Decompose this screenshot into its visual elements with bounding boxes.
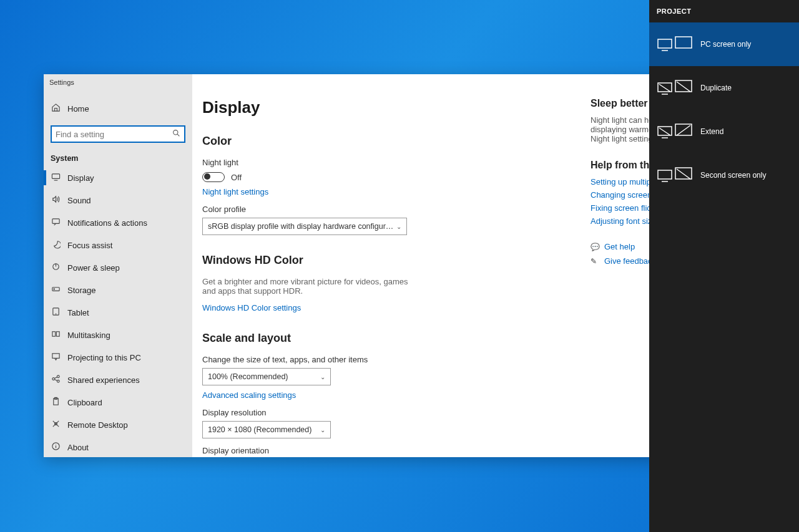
power-icon bbox=[51, 262, 61, 273]
nav-label: Shared experiences bbox=[67, 375, 140, 385]
sidebar-item-about[interactable]: About bbox=[44, 436, 192, 457]
project-title: PROJECT bbox=[649, 0, 799, 22]
scale-label: Change the size of text, apps, and other… bbox=[202, 355, 576, 364]
multitasking-icon bbox=[51, 329, 61, 341]
focus-icon bbox=[51, 239, 61, 251]
color-profile-value: sRGB display profile with display hardwa… bbox=[208, 222, 396, 231]
color-profile-dropdown[interactable]: sRGB display profile with display hardwa… bbox=[202, 218, 407, 235]
resolution-label: Display resolution bbox=[202, 408, 576, 417]
sidebar-item-power[interactable]: Power & sleep bbox=[44, 256, 192, 279]
home-icon bbox=[51, 103, 61, 114]
sidebar-item-remote[interactable]: Remote Desktop bbox=[44, 414, 192, 436]
resolution-value: 1920 × 1080 (Recommended) bbox=[208, 425, 311, 434]
night-light-settings-link[interactable]: Night light settings bbox=[202, 187, 268, 196]
sidebar-item-notifications[interactable]: Notifications & actions bbox=[44, 211, 192, 234]
sidebar-item-sound[interactable]: Sound bbox=[44, 189, 192, 211]
notifications-icon bbox=[51, 217, 61, 228]
search-input[interactable] bbox=[51, 125, 185, 143]
sidebar: Settings Home System Display So bbox=[44, 74, 192, 457]
help-icon: 💬 bbox=[591, 243, 599, 251]
section-heading-color: Color bbox=[202, 135, 576, 148]
projecting-icon bbox=[51, 352, 61, 363]
section-hdr: Windows HD Color Get a brighter and more… bbox=[202, 254, 576, 313]
nav-label: Projecting to this PC bbox=[67, 353, 141, 362]
scale-dropdown[interactable]: 100% (Recommended) ⌄ bbox=[202, 368, 331, 385]
pc-only-icon bbox=[657, 34, 693, 54]
sidebar-item-shared[interactable]: Shared experiences bbox=[44, 369, 192, 391]
svg-point-12 bbox=[57, 380, 59, 382]
nav-label: Focus assist bbox=[67, 241, 112, 250]
about-icon bbox=[51, 442, 61, 453]
section-color: Color Night light Off Night light settin… bbox=[202, 135, 576, 235]
second-only-icon bbox=[657, 165, 693, 185]
svg-rect-1 bbox=[52, 174, 59, 179]
resolution-dropdown[interactable]: 1920 × 1080 (Recommended) ⌄ bbox=[202, 421, 331, 438]
svg-rect-7 bbox=[52, 332, 55, 337]
get-help-link: Get help bbox=[604, 242, 635, 251]
svg-rect-8 bbox=[56, 332, 59, 337]
project-option-extend[interactable]: Extend bbox=[649, 110, 799, 153]
sidebar-item-projecting[interactable]: Projecting to this PC bbox=[44, 346, 192, 369]
night-light-toggle[interactable] bbox=[202, 172, 225, 182]
nav-home-label: Home bbox=[67, 104, 89, 114]
display-icon bbox=[51, 172, 61, 183]
nav-label: Storage bbox=[67, 286, 96, 295]
sidebar-item-display[interactable]: Display bbox=[44, 167, 192, 189]
shared-icon bbox=[51, 374, 61, 385]
sidebar-nav: Display Sound Notifications & actions Fo… bbox=[44, 167, 192, 457]
project-option-label: Second screen only bbox=[700, 171, 766, 180]
svg-point-10 bbox=[52, 378, 54, 380]
sound-icon bbox=[51, 195, 61, 206]
nav-label: Power & sleep bbox=[67, 263, 120, 273]
sidebar-item-tablet[interactable]: Tablet bbox=[44, 301, 192, 324]
svg-point-0 bbox=[174, 130, 178, 135]
sidebar-item-focus[interactable]: Focus assist bbox=[44, 234, 192, 256]
sidebar-item-multitasking[interactable]: Multitasking bbox=[44, 324, 192, 346]
scale-value: 100% (Recommended) bbox=[208, 372, 288, 381]
feedback-link: Give feedback bbox=[604, 256, 656, 266]
page-title: Display bbox=[202, 98, 576, 117]
search-field[interactable] bbox=[56, 130, 172, 139]
project-option-label: PC screen only bbox=[700, 40, 751, 49]
night-light-label: Night light bbox=[202, 158, 576, 167]
project-option-duplicate[interactable]: Duplicate bbox=[649, 66, 799, 110]
nav-label: Multitasking bbox=[67, 331, 110, 340]
main-column: Display Color Night light Off Night ligh… bbox=[202, 98, 576, 457]
project-option-pc-only[interactable]: PC screen only bbox=[649, 22, 799, 66]
svg-rect-9 bbox=[52, 354, 59, 359]
nav-label: Display bbox=[67, 173, 94, 183]
svg-rect-17 bbox=[675, 37, 692, 48]
project-option-second-only[interactable]: Second screen only bbox=[649, 153, 799, 197]
project-option-label: Extend bbox=[700, 127, 723, 136]
hdr-settings-link[interactable]: Windows HD Color settings bbox=[202, 303, 301, 312]
sidebar-item-clipboard[interactable]: Clipboard bbox=[44, 391, 192, 414]
search-icon bbox=[172, 129, 180, 139]
window-title: Settings bbox=[44, 74, 192, 89]
sidebar-category: System bbox=[44, 145, 192, 167]
nav-label: Remote Desktop bbox=[67, 420, 128, 430]
nav-label: Notifications & actions bbox=[67, 218, 147, 228]
orientation-label: Display orientation bbox=[202, 446, 576, 455]
svg-point-5 bbox=[54, 289, 54, 289]
svg-point-11 bbox=[57, 375, 59, 378]
hdr-description: Get a brighter and more vibrant picture … bbox=[202, 277, 414, 296]
advanced-scaling-link[interactable]: Advanced scaling settings bbox=[202, 390, 296, 400]
chevron-down-icon: ⌄ bbox=[396, 223, 401, 230]
duplicate-icon bbox=[657, 78, 693, 98]
night-light-state: Off bbox=[231, 173, 242, 182]
chevron-down-icon: ⌄ bbox=[320, 374, 325, 380]
nav-home[interactable]: Home bbox=[44, 97, 192, 120]
nav-label: Tablet bbox=[67, 308, 89, 317]
nav-label: Sound bbox=[67, 196, 91, 205]
sidebar-item-storage[interactable]: Storage bbox=[44, 279, 192, 301]
remote-icon bbox=[51, 419, 61, 430]
svg-rect-2 bbox=[52, 219, 59, 224]
project-option-label: Duplicate bbox=[700, 84, 732, 92]
project-flyout: PROJECT PC screen only Duplicate Extend bbox=[649, 0, 799, 532]
storage-icon bbox=[51, 284, 61, 296]
tablet-icon bbox=[51, 307, 61, 318]
section-heading-hdr: Windows HD Color bbox=[202, 254, 576, 267]
color-profile-label: Color profile bbox=[202, 205, 576, 214]
section-scale: Scale and layout Change the size of text… bbox=[202, 332, 576, 457]
nav-label: Clipboard bbox=[67, 398, 102, 407]
